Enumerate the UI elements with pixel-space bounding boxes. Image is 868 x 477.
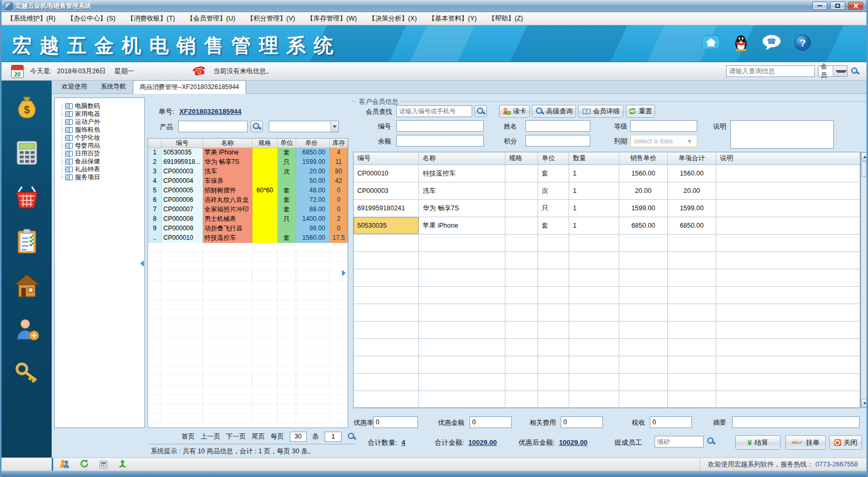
order-number-link[interactable]: XF20180326185944 — [179, 108, 241, 115]
cart-cell-code[interactable]: 50530035 — [354, 217, 419, 234]
product-row[interactable]: .. CP000010 特技遥控车 套 1560.00 17.5 — [148, 233, 348, 243]
add-user-icon[interactable] — [15, 317, 39, 344]
global-search-icon[interactable] — [851, 67, 859, 75]
cart-row[interactable]: 6919959180241 华为 畅享7S 只 1 1599.00 1599.0… — [354, 200, 860, 217]
product-row[interactable]: 9 CP000009 动折叠飞行器 98.00 0 — [148, 224, 348, 233]
close-tab-button[interactable]: 关闭 — [829, 435, 862, 450]
member-points-field[interactable] — [525, 135, 590, 147]
settle-button[interactable]: ¥ 结算 — [735, 435, 781, 450]
branch-icon[interactable] — [118, 459, 127, 470]
last-page-link[interactable]: 尾页 — [252, 432, 265, 441]
menu-item[interactable]: 【库存管理】(W) — [307, 14, 357, 23]
product-search-input[interactable] — [178, 121, 248, 132]
cart-scrollbar[interactable] — [861, 152, 868, 408]
discount-amount-input[interactable] — [470, 416, 512, 428]
expire-date-select[interactable]: select a date ▼ — [630, 135, 697, 147]
staff-input[interactable] — [655, 436, 704, 447]
first-page-link[interactable]: 首页 — [182, 432, 195, 441]
search-type-select[interactable]: 会员 — [818, 65, 847, 77]
cart-row[interactable]: 50530035 苹果 iPhone 套 1 6850.00 6850.00 — [354, 217, 860, 235]
tree-item-category[interactable]: 运动户外 — [59, 118, 144, 126]
next-page-link[interactable]: 下一页 — [226, 432, 246, 441]
tree-item-category[interactable]: 食品保健 — [59, 158, 144, 166]
menu-item[interactable]: 【积分管理】(V) — [247, 14, 295, 23]
product-row[interactable]: 6 CP000006 吉祥丸纹八音盒 套 72.00 0 — [148, 196, 348, 205]
qq-icon[interactable] — [733, 34, 749, 53]
cart-cell-code[interactable]: CP000010 — [354, 165, 419, 182]
summary-input[interactable] — [732, 416, 860, 428]
cart-row[interactable]: CP000010 特技遥控车 套 1 1560.00 1560.00 — [354, 165, 860, 182]
tree-item-category[interactable]: 电脑数码 — [59, 102, 144, 110]
tree-item-category[interactable]: 家用电器 — [59, 110, 144, 118]
tree-item-category[interactable]: 礼品钟表 — [59, 166, 144, 173]
go-page-icon[interactable] — [347, 432, 356, 441]
product-filter-select[interactable] — [269, 121, 339, 132]
product-row[interactable]: 5 CP000005 招财树摆件 60*60 套 48.00 0 — [148, 186, 348, 196]
product-row[interactable]: 4 CP000004 车保养 50.00 42 — [148, 177, 348, 186]
menu-item[interactable]: 【消费收银】(T) — [127, 14, 175, 23]
minimize-button[interactable] — [812, 2, 827, 10]
per-page-input[interactable] — [290, 432, 307, 442]
member-search-button[interactable] — [474, 105, 487, 117]
global-search-input[interactable] — [726, 65, 815, 77]
product-row[interactable]: 3 CP000003 洗车 次 20.00 80 — [148, 167, 348, 177]
checklist-icon[interactable] — [16, 229, 38, 256]
tax-input[interactable] — [650, 416, 692, 428]
scroll-down-icon[interactable] — [861, 399, 868, 407]
hold-order-button[interactable]: ABC✓ 挂单 — [785, 435, 826, 450]
staff-search-icon[interactable] — [707, 437, 715, 445]
house-icon[interactable] — [14, 274, 40, 300]
menu-item[interactable]: 【办公中心】(S) — [67, 14, 115, 23]
prev-page-link[interactable]: 上一页 — [201, 432, 221, 441]
menu-item[interactable]: 【基本资料】(Y) — [428, 14, 477, 23]
tree-item-category[interactable]: 母婴用品 — [59, 142, 144, 150]
basket-icon[interactable] — [14, 185, 40, 211]
tab[interactable]: 系统导航 — [94, 80, 133, 93]
read-card-button[interactable]: 读卡 — [499, 105, 530, 118]
refresh-icon[interactable] — [80, 459, 89, 470]
tree-item-category[interactable]: 日用百货 — [59, 150, 144, 158]
advanced-search-button[interactable]: 高级查询 — [532, 105, 576, 118]
maximize-button[interactable] — [830, 2, 845, 10]
scroll-up-icon[interactable] — [861, 152, 868, 161]
menu-item[interactable]: 【决策分析】(X) — [368, 14, 417, 23]
calculator-icon[interactable] — [16, 140, 38, 168]
product-row[interactable]: 1 50530035 苹果 iPhone 套 6850.00 4 — [148, 148, 348, 158]
tab[interactable]: 商品消费管理--XF20180326185944 — [133, 80, 246, 94]
member-level-field[interactable] — [630, 120, 697, 132]
member-search-input[interactable] — [396, 105, 472, 117]
users-icon[interactable] — [60, 459, 70, 470]
tab[interactable]: 欢迎使用 — [55, 80, 94, 93]
menu-item[interactable]: 【帮助】(Z) — [489, 14, 523, 23]
member-note-field[interactable] — [730, 120, 834, 149]
product-row[interactable]: 7 CP000007 全家福照片冲印 套 88.00 0 — [148, 205, 348, 215]
member-balance-field[interactable] — [396, 135, 484, 147]
scrollbar-thumb[interactable] — [862, 161, 868, 177]
tree-item-category[interactable]: 个护化妆 — [59, 134, 144, 142]
discount-rate-input[interactable] — [373, 416, 418, 428]
member-name-field[interactable] — [525, 120, 590, 132]
menu-item[interactable]: 【系统维护】(R) — [7, 14, 55, 23]
calculator-small-icon[interactable] — [100, 461, 108, 469]
cart-cell-code[interactable]: CP000003 — [354, 182, 419, 199]
member-detail-button[interactable]: 会员详细 — [578, 105, 623, 118]
reset-button[interactable]: 重置 — [626, 105, 655, 118]
product-row[interactable]: 8 CP000008 男士机械表 只 1400.00 2 — [148, 215, 348, 224]
product-search-button[interactable] — [250, 121, 263, 132]
contact-phone-icon[interactable]: ☎ — [762, 34, 782, 53]
home-icon[interactable] — [701, 34, 720, 53]
related-fee-input[interactable] — [561, 416, 603, 428]
help-icon[interactable]: ? — [794, 34, 811, 53]
menu-item[interactable]: 【会员管理】(U) — [187, 14, 235, 23]
close-button[interactable] — [848, 2, 863, 10]
tree-item-category[interactable]: 服务项目 — [59, 173, 144, 181]
member-code-field[interactable] — [396, 120, 484, 132]
cart-cell-code[interactable]: 6919959180241 — [354, 200, 419, 217]
cart-row[interactable]: CP000003 洗车 次 1 20.00 20.00 — [354, 182, 860, 200]
collapse-right-splitter[interactable] — [342, 270, 346, 276]
page-number-input[interactable] — [325, 432, 342, 442]
money-bag-icon[interactable]: $ — [15, 95, 39, 123]
tree-item-category[interactable]: 服饰鞋包 — [59, 126, 144, 134]
key-icon[interactable] — [14, 361, 40, 385]
collapse-left-splitter[interactable] — [140, 260, 144, 267]
